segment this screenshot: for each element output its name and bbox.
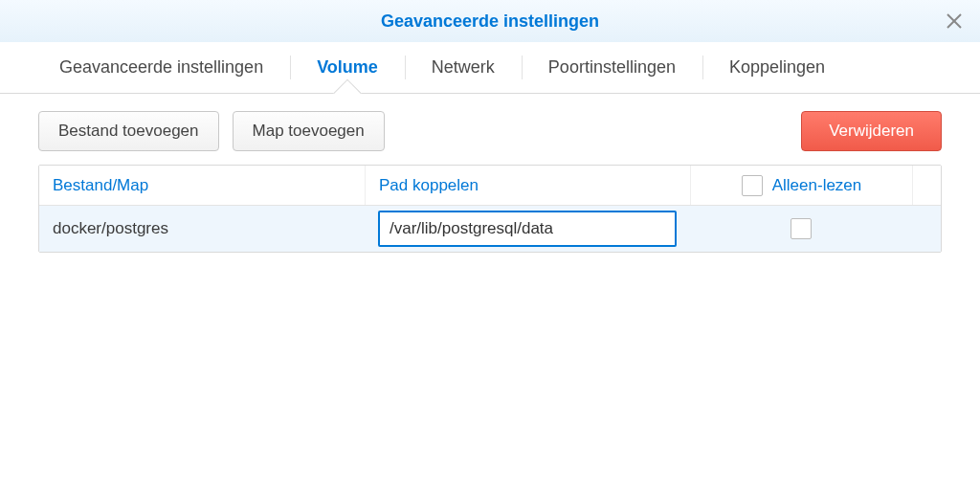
column-header-readonly[interactable]: Alleen-lezen xyxy=(690,166,912,205)
tab-label: Volume xyxy=(317,57,378,78)
dialog-title: Geavanceerde instellingen xyxy=(381,11,599,32)
readonly-header-checkbox[interactable] xyxy=(742,175,763,196)
cell-mountpath xyxy=(365,206,690,252)
tab-label: Netwerk xyxy=(432,57,495,78)
cell-readonly xyxy=(690,206,912,252)
mount-path-input[interactable] xyxy=(378,211,677,247)
column-header-spacer xyxy=(912,166,941,205)
toolbar: Bestand toevoegen Map toevoegen Verwijde… xyxy=(0,94,980,165)
dialog-header: Geavanceerde instellingen xyxy=(0,0,980,42)
table-header: Bestand/Map Pad koppelen Alleen-lezen xyxy=(39,166,941,206)
tab-bar: Geavanceerde instellingen Volume Netwerk… xyxy=(0,42,980,94)
table-row[interactable]: docker/postgres xyxy=(39,206,941,252)
add-file-button[interactable]: Bestand toevoegen xyxy=(38,111,219,151)
tab-advanced-settings[interactable]: Geavanceerde instellingen xyxy=(33,42,290,93)
cell-filemap: docker/postgres xyxy=(39,206,365,252)
tab-network[interactable]: Netwerk xyxy=(405,42,522,93)
column-header-mountpath[interactable]: Pad koppelen xyxy=(365,166,690,205)
tab-label: Poortinstellingen xyxy=(548,57,676,78)
dialog-window: Geavanceerde instellingen Geavanceerde i… xyxy=(0,0,980,490)
volume-table: Bestand/Map Pad koppelen Alleen-lezen do… xyxy=(38,165,942,253)
readonly-checkbox[interactable] xyxy=(791,218,812,239)
close-icon[interactable] xyxy=(946,12,963,30)
tab-volume[interactable]: Volume xyxy=(290,42,405,93)
tab-label: Geavanceerde instellingen xyxy=(59,57,263,78)
column-header-filemap[interactable]: Bestand/Map xyxy=(39,166,365,205)
tab-port-settings[interactable]: Poortinstellingen xyxy=(522,42,702,93)
tab-links[interactable]: Koppelingen xyxy=(702,42,852,93)
delete-button[interactable]: Verwijderen xyxy=(801,111,942,151)
tab-label: Koppelingen xyxy=(729,57,825,78)
cell-spacer xyxy=(912,206,941,252)
column-header-readonly-label: Alleen-lezen xyxy=(772,176,862,195)
add-folder-button[interactable]: Map toevoegen xyxy=(233,111,385,151)
